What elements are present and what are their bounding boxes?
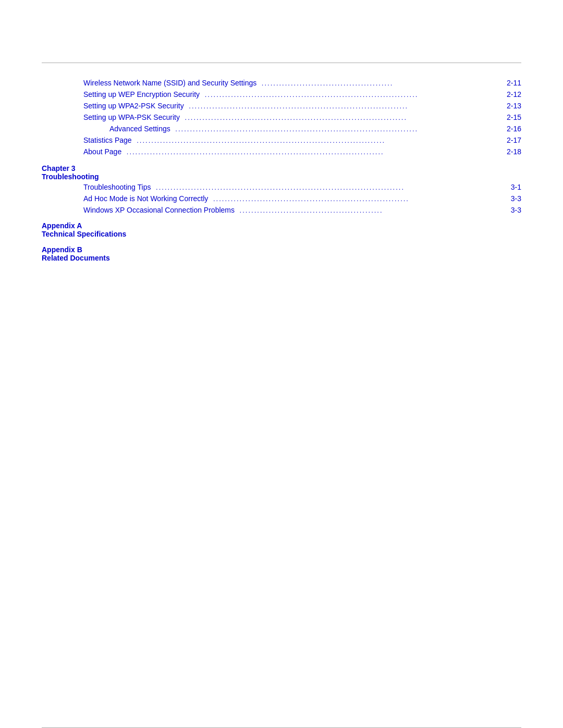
page-num-troubleshooting-tips: 3-1 [511, 183, 521, 191]
page-num-ad-hoc: 3-3 [511, 194, 521, 203]
dots-wpa2: ........................................… [186, 102, 505, 110]
dots-about: ........................................… [124, 148, 505, 156]
page-num-advanced-settings: 2-16 [507, 125, 521, 133]
toc-entry-wpa2[interactable]: Setting up WPA2-PSK Security ...........… [42, 102, 521, 110]
entry-text-wep: Setting up WEP Encryption Security [83, 90, 200, 98]
toc-entry-troubleshooting-tips[interactable]: Troubleshooting Tips ...................… [42, 183, 521, 191]
entry-text-wpa2: Setting up WPA2-PSK Security [83, 102, 184, 110]
toc-entry-ad-hoc[interactable]: Ad Hoc Mode is Not Working Correctly ...… [42, 194, 521, 203]
toc-entry-wireless-network[interactable]: Wireless Network Name (SSID) and Securit… [42, 79, 521, 87]
toc-content: Wireless Network Name (SSID) and Securit… [0, 73, 563, 262]
toc-entry-wep[interactable]: Setting up WEP Encryption Security .....… [42, 90, 521, 98]
entry-text-wpa: Setting up WPA-PSK Security [83, 113, 180, 121]
entry-text-about: About Page [83, 147, 121, 156]
toc-entry-wpa[interactable]: Setting up WPA-PSK Security ............… [42, 113, 521, 121]
page-num-wpa: 2-15 [507, 113, 521, 121]
toc-entry-about[interactable]: About Page .............................… [42, 147, 521, 156]
page-num-wireless-network: 2-11 [507, 79, 521, 87]
page-num-windows-xp: 3-3 [511, 206, 521, 214]
entry-text-troubleshooting-tips: Troubleshooting Tips [83, 183, 151, 191]
page-container: Wireless Network Name (SSID) and Securit… [0, 63, 563, 728]
dots-statistics: ........................................… [134, 137, 505, 144]
appendix-a-label: Appendix A [42, 221, 521, 230]
toc-entry-statistics[interactable]: Statistics Page ........................… [42, 136, 521, 144]
chapter-3-label: Chapter 3 [42, 164, 521, 172]
dots-wpa: ........................................… [182, 114, 505, 121]
page-num-wpa2: 2-13 [507, 102, 521, 110]
dots-windows-xp: ........................................… [237, 206, 509, 214]
dots-advanced-settings: ........................................… [173, 125, 505, 133]
toc-entry-windows-xp[interactable]: Windows XP Occasional Connection Problem… [42, 206, 521, 214]
dots-ad-hoc: ........................................… [210, 195, 508, 203]
toc-entry-advanced-settings[interactable]: Advanced Settings ......................… [42, 125, 521, 133]
page-num-statistics: 2-17 [507, 136, 521, 144]
appendix-b-heading: Appendix B Related Documents [42, 245, 521, 262]
dots-wireless-network: ........................................… [259, 79, 505, 87]
top-rule [42, 63, 521, 63]
entry-text-wireless-network: Wireless Network Name (SSID) and Securit… [83, 79, 256, 87]
dots-troubleshooting-tips: ........................................… [153, 183, 508, 191]
appendix-a-heading: Appendix A Technical Specifications [42, 221, 521, 238]
chapter-3-title: Troubleshooting [42, 172, 521, 181]
appendix-b-title: Related Documents [42, 254, 521, 262]
entry-text-advanced-settings: Advanced Settings [109, 125, 170, 133]
chapter-3-heading: Chapter 3 Troubleshooting [42, 164, 521, 181]
dots-wep: ........................................… [202, 91, 505, 98]
appendix-b-label: Appendix B [42, 245, 521, 254]
page-num-wep: 2-12 [507, 90, 521, 98]
page-num-about: 2-18 [507, 147, 521, 156]
appendix-a-title: Technical Specifications [42, 230, 521, 238]
entry-text-ad-hoc: Ad Hoc Mode is Not Working Correctly [83, 194, 208, 203]
entry-text-statistics: Statistics Page [83, 136, 132, 144]
entry-text-windows-xp: Windows XP Occasional Connection Problem… [83, 206, 235, 214]
